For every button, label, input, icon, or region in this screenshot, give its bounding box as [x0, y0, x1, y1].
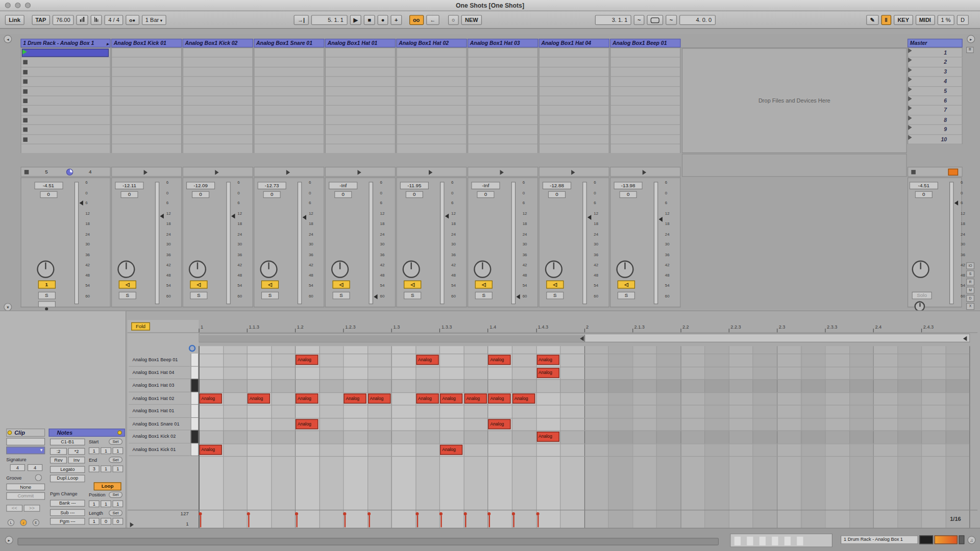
- show-crossfader-button[interactable]: X: [966, 303, 974, 310]
- clip-slot[interactable]: [254, 106, 324, 115]
- clip-slot[interactable]: [610, 58, 680, 67]
- pan-display[interactable]: 0: [40, 191, 57, 198]
- piano-key[interactable]: [190, 379, 199, 392]
- clip-slot[interactable]: [112, 87, 181, 96]
- signature-denominator-field[interactable]: 4: [28, 464, 42, 471]
- clip-slot[interactable]: [468, 115, 537, 125]
- velocity-stem[interactable]: [513, 515, 514, 527]
- end-bar-field[interactable]: 3: [89, 465, 100, 472]
- clip-slot[interactable]: [21, 96, 110, 106]
- clip-slot[interactable]: [183, 77, 253, 87]
- phase-nudge-down-button[interactable]: [77, 15, 88, 25]
- timeline-ruler[interactable]: [128, 332, 977, 333]
- pan-display[interactable]: 0: [263, 191, 281, 198]
- unfold-track-icon[interactable]: ▸: [107, 41, 109, 47]
- capture-new-button[interactable]: NEW: [461, 15, 482, 25]
- note-block[interactable]: Analog: [536, 355, 559, 365]
- pan-display[interactable]: 0: [120, 191, 138, 198]
- clip-slot[interactable]: [397, 115, 467, 125]
- invert-button[interactable]: Inv: [68, 457, 85, 463]
- loop-start-field[interactable]: 3. 1. 1: [595, 15, 631, 25]
- volume-display[interactable]: -Inf: [471, 182, 500, 189]
- velocity-stem[interactable]: [297, 515, 298, 527]
- fader-handle[interactable]: [659, 217, 663, 222]
- note-block[interactable]: Analog: [416, 355, 438, 365]
- solo-button[interactable]: S: [261, 292, 279, 299]
- clip-slot[interactable]: [254, 67, 324, 77]
- pan-knob[interactable]: [260, 261, 277, 278]
- track-header[interactable]: Analog Box1 Hat 02: [396, 39, 467, 47]
- clip-slot[interactable]: [468, 67, 537, 77]
- track-header[interactable]: Analog Box1 Hat 03: [468, 39, 538, 47]
- clip-slot[interactable]: [112, 58, 181, 67]
- punch-in-button[interactable]: ~: [634, 15, 645, 25]
- signature-numerator-field[interactable]: 4: [10, 464, 25, 471]
- volume-display[interactable]: -12.09: [186, 182, 215, 189]
- note-block[interactable]: Analog: [440, 444, 463, 455]
- quantize-menu[interactable]: 1 Bar▾: [142, 15, 166, 25]
- scene-play-icon[interactable]: [908, 106, 912, 111]
- volume-display[interactable]: -11.95: [400, 182, 429, 189]
- scene-row[interactable]: 2: [908, 58, 963, 67]
- track-header[interactable]: Analog Box1 Hat 01: [325, 39, 396, 47]
- clip-slot[interactable]: [397, 48, 467, 58]
- start-beat-field[interactable]: 1: [101, 447, 111, 454]
- show-sends-button[interactable]: S: [966, 270, 974, 277]
- track-header[interactable]: Analog Box1 Kick 02: [183, 39, 253, 47]
- clip-slot[interactable]: [326, 67, 395, 77]
- pan-display[interactable]: 0: [406, 191, 423, 198]
- clip-stop-button[interactable]: [23, 108, 28, 113]
- scene-play-icon[interactable]: [908, 77, 912, 82]
- volume-display[interactable]: -12.73: [257, 182, 286, 189]
- show-returns-button[interactable]: R: [966, 279, 974, 285]
- pan-display[interactable]: 0: [334, 191, 352, 198]
- playing-clip[interactable]: [22, 49, 109, 57]
- show-io-button[interactable]: IO: [966, 262, 974, 269]
- clip-stop-button[interactable]: [23, 118, 28, 122]
- program-select-field[interactable]: Pgm ---: [50, 518, 85, 524]
- velocity-dot[interactable]: [415, 512, 419, 515]
- scene-row[interactable]: 4: [908, 77, 963, 87]
- solo-button[interactable]: S: [475, 292, 493, 299]
- hide-right-panel-toggle[interactable]: ▸: [967, 35, 975, 43]
- velocity-dot[interactable]: [199, 512, 202, 515]
- clip-slot[interactable]: [21, 58, 110, 67]
- length-beat-field[interactable]: 0: [101, 518, 111, 524]
- clip-slot[interactable]: [610, 125, 680, 135]
- track-header[interactable]: Analog Box1 Beep 01: [610, 39, 680, 47]
- clip-slot[interactable]: [397, 96, 467, 106]
- clip-slot[interactable]: [397, 58, 467, 67]
- clip-stop-all-button[interactable]: [24, 170, 29, 174]
- scene-row[interactable]: 9: [908, 125, 963, 135]
- reenable-automation-button[interactable]: ←: [426, 15, 439, 25]
- note-block[interactable]: Analog: [296, 419, 318, 429]
- clip-slot[interactable]: [468, 87, 537, 96]
- stop-button[interactable]: ■: [364, 15, 375, 25]
- bank-range-field[interactable]: C1-B1: [50, 439, 85, 445]
- solo-button[interactable]: S: [119, 292, 136, 299]
- back-to-arrangement-button[interactable]: [948, 169, 959, 176]
- show-mixer-button[interactable]: M: [966, 287, 974, 293]
- start-sixteenth-field[interactable]: 1: [112, 447, 123, 454]
- clip-activator-led[interactable]: [8, 431, 12, 435]
- clip-slot[interactable]: [112, 125, 181, 135]
- launch-box-toggle[interactable]: L: [8, 519, 14, 526]
- master-track-header[interactable]: Master: [908, 39, 963, 47]
- row-label[interactable]: Analog Box1 Hat 03: [129, 379, 190, 392]
- volume-display[interactable]: -12.11: [115, 182, 143, 189]
- computer-midi-keyboard-button[interactable]: ‖: [881, 15, 891, 25]
- clip-slot[interactable]: [254, 48, 324, 58]
- row-label[interactable]: Analog Box1 Kick 02: [129, 431, 190, 443]
- row-label[interactable]: Analog Box1 Beep 01: [129, 354, 190, 366]
- scene-row[interactable]: 10: [908, 135, 963, 144]
- clip-slot[interactable]: [397, 106, 467, 115]
- velocity-stem[interactable]: [441, 515, 442, 527]
- clip-stop-button[interactable]: [23, 60, 28, 65]
- track-activator-button[interactable]: ◁: [546, 281, 564, 289]
- clip-stop-button[interactable]: [23, 128, 28, 132]
- clip-slot[interactable]: [468, 135, 537, 144]
- pan-display[interactable]: 0: [192, 191, 209, 198]
- clip-slot[interactable]: [112, 48, 181, 58]
- clip-slot[interactable]: [610, 96, 680, 106]
- session-record-button[interactable]: ○: [448, 15, 458, 25]
